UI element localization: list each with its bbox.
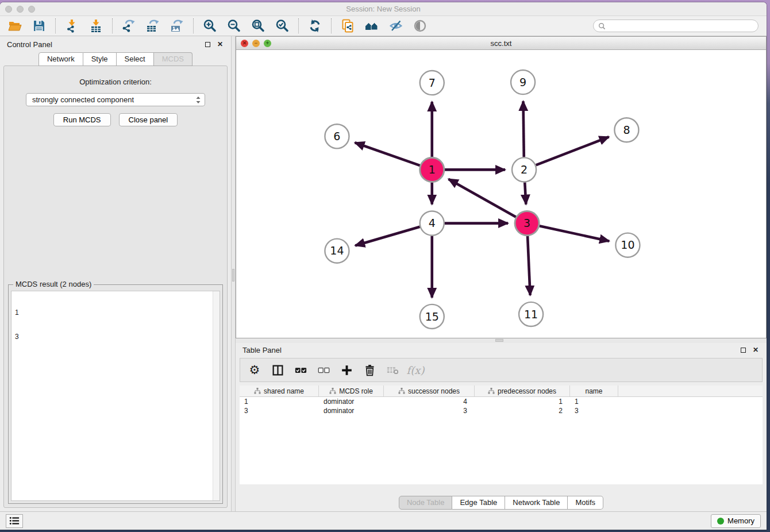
unchecked-boxes-icon bbox=[318, 364, 330, 376]
table-tabs: Node Table Edge Table Network Table Moti… bbox=[236, 496, 767, 510]
cell-name: 3 bbox=[570, 406, 618, 415]
first-neighbors-button[interactable] bbox=[361, 17, 382, 34]
tab-edge-table[interactable]: Edge Table bbox=[452, 496, 505, 510]
eye-icon bbox=[413, 19, 427, 33]
import-network-button[interactable] bbox=[61, 17, 82, 34]
import-table-button[interactable] bbox=[86, 17, 106, 34]
network-canvas[interactable]: 7968124314101511 bbox=[236, 50, 766, 338]
graph-edge-3-1[interactable] bbox=[449, 179, 516, 217]
function-icon: f(x) bbox=[407, 364, 425, 376]
network-maximize-button[interactable]: + bbox=[264, 40, 271, 47]
tab-select[interactable]: Select bbox=[117, 52, 154, 66]
export-network-button[interactable] bbox=[118, 17, 139, 34]
table-row[interactable]: 1 dominator 4 1 1 bbox=[240, 397, 763, 406]
criterion-select[interactable]: strongly connected component bbox=[26, 93, 205, 106]
vertical-splitter[interactable] bbox=[231, 36, 236, 511]
run-mcds-button[interactable]: Run MCDS bbox=[53, 113, 111, 126]
hide-selected-button[interactable] bbox=[386, 17, 406, 34]
attribute-tree-icon bbox=[398, 388, 405, 394]
graph-edge-2-8[interactable] bbox=[536, 137, 609, 165]
fit-content-button[interactable] bbox=[248, 17, 268, 34]
table-header-row: shared name MCDS role successor nodes bbox=[240, 385, 763, 397]
splitter-grip[interactable] bbox=[495, 339, 503, 342]
open-folder-icon bbox=[8, 19, 22, 33]
open-session-button[interactable] bbox=[5, 17, 25, 34]
search-box[interactable] bbox=[593, 20, 759, 32]
mcds-panel: Optimization criterion: strongly connect… bbox=[3, 65, 228, 508]
zoom-out-icon bbox=[227, 19, 241, 33]
import-table-icon bbox=[89, 19, 103, 33]
graph-node-label: 3 bbox=[523, 217, 530, 229]
deselect-all-columns-button[interactable] bbox=[315, 361, 332, 379]
export-table-button[interactable] bbox=[143, 17, 163, 34]
graph-edge-4-14[interactable] bbox=[355, 227, 419, 246]
memory-status-dot bbox=[717, 518, 724, 525]
node-table: shared name MCDS role successor nodes bbox=[240, 385, 763, 484]
float-icon bbox=[741, 348, 746, 353]
network-minimize-button[interactable]: − bbox=[252, 40, 260, 47]
tab-mcds[interactable]: MCDS bbox=[154, 52, 192, 66]
table-panel: Table Panel ✕ ⚙ bbox=[236, 343, 767, 511]
trash-icon bbox=[364, 364, 376, 376]
column-header-successor-nodes[interactable]: successor nodes bbox=[384, 385, 475, 396]
column-header-predecessor-nodes[interactable]: predecessor nodes bbox=[475, 385, 570, 396]
graph-node-label: 14 bbox=[330, 244, 344, 257]
column-header-mcds-role[interactable]: MCDS role bbox=[319, 385, 384, 396]
tab-style[interactable]: Style bbox=[83, 52, 117, 66]
network-graph[interactable]: 7968124314101511 bbox=[236, 50, 766, 338]
column-header-name[interactable]: name bbox=[570, 385, 618, 396]
graph-edge-3-11[interactable] bbox=[528, 236, 530, 295]
horizontal-splitter[interactable] bbox=[236, 338, 767, 343]
graph-edge-2-3[interactable] bbox=[525, 182, 526, 204]
graph-node-label: 2 bbox=[521, 163, 528, 176]
table-settings-button[interactable]: ⚙ bbox=[246, 361, 263, 379]
graph-node-label: 9 bbox=[519, 76, 526, 88]
close-mcds-panel-button[interactable]: Close panel bbox=[119, 113, 178, 126]
save-session-button[interactable] bbox=[29, 17, 49, 34]
cell-successor-nodes: 4 bbox=[384, 397, 475, 406]
tab-node-table[interactable]: Node Table bbox=[399, 496, 453, 510]
toggle-columns-button[interactable] bbox=[269, 361, 286, 379]
close-panel-button[interactable]: ✕ bbox=[216, 40, 224, 48]
network-close-button[interactable]: ✕ bbox=[241, 40, 248, 47]
zoom-in-button[interactable] bbox=[199, 17, 220, 34]
mcds-result-list[interactable]: 1 3 bbox=[11, 291, 220, 501]
tab-network[interactable]: Network bbox=[38, 52, 83, 66]
float-panel-button[interactable] bbox=[203, 40, 211, 48]
result-scrollbar[interactable] bbox=[213, 291, 220, 500]
table-toolbar: ⚙ bbox=[240, 358, 763, 382]
tab-motifs[interactable]: Motifs bbox=[568, 496, 603, 510]
tab-network-table[interactable]: Network Table bbox=[505, 496, 568, 510]
add-column-button[interactable] bbox=[338, 361, 355, 379]
memory-button[interactable]: Memory bbox=[711, 514, 761, 528]
close-table-panel-button[interactable]: ✕ bbox=[752, 346, 760, 354]
graph-edge-2-9[interactable] bbox=[523, 101, 524, 157]
cell-predecessor-nodes: 2 bbox=[475, 406, 570, 415]
table-row[interactable]: 3 dominator 3 2 3 bbox=[240, 406, 763, 415]
control-panel-tabs: Network Style Select MCDS bbox=[0, 52, 231, 66]
control-panel: Control Panel ✕ Network Style Select MCD… bbox=[0, 36, 231, 511]
delete-column-button[interactable] bbox=[361, 361, 378, 379]
task-history-button[interactable] bbox=[6, 514, 23, 528]
cell-mcds-role: dominator bbox=[319, 406, 384, 415]
table-panel-header: Table Panel ✕ bbox=[236, 343, 767, 357]
select-all-columns-button[interactable] bbox=[292, 361, 309, 379]
zoom-out-button[interactable] bbox=[224, 17, 244, 34]
export-image-button[interactable] bbox=[167, 17, 187, 34]
splitter-grip[interactable] bbox=[232, 269, 234, 282]
function-builder-button[interactable]: f(x) bbox=[407, 361, 424, 379]
float-icon bbox=[205, 42, 210, 47]
checked-boxes-icon bbox=[295, 364, 307, 376]
status-bar: Memory bbox=[0, 511, 767, 530]
graph-edge-3-10[interactable] bbox=[540, 226, 609, 241]
graph-edge-1-6[interactable] bbox=[355, 142, 420, 165]
zoom-selected-button[interactable] bbox=[272, 17, 292, 34]
delete-table-button[interactable] bbox=[384, 361, 401, 379]
column-header-shared-name[interactable]: shared name bbox=[240, 385, 319, 396]
search-input[interactable] bbox=[609, 22, 753, 30]
duplicate-network-button[interactable] bbox=[337, 17, 358, 34]
float-table-panel-button[interactable] bbox=[739, 346, 747, 354]
graph-node-label: 4 bbox=[429, 217, 436, 229]
show-all-button[interactable] bbox=[410, 17, 430, 34]
apply-layout-button[interactable] bbox=[305, 17, 325, 34]
